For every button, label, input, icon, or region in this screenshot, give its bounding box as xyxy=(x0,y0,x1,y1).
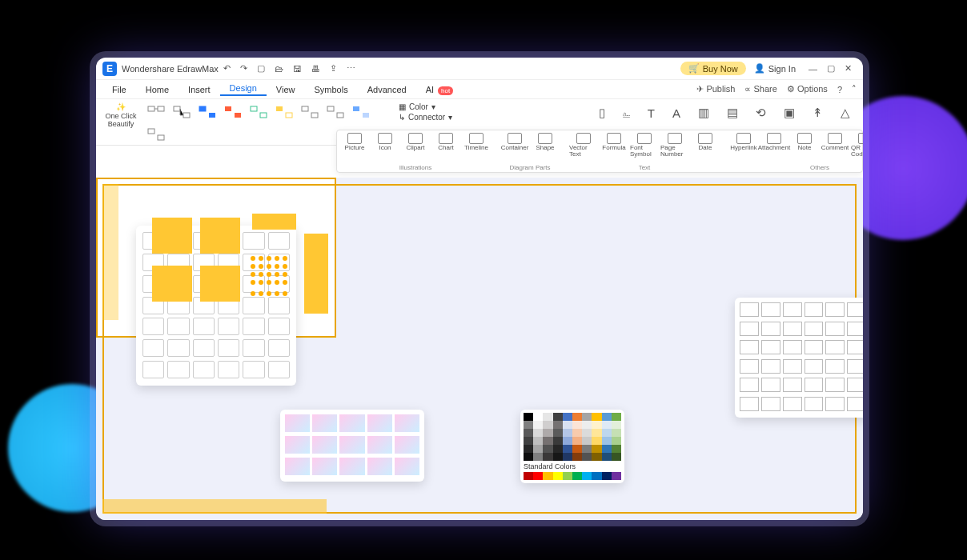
color-swatch[interactable] xyxy=(563,429,572,437)
color-picker-panel[interactable]: Standard Colors xyxy=(520,410,624,483)
appliance-shape[interactable] xyxy=(740,322,759,336)
buy-now-button[interactable]: 🛒 Buy Now xyxy=(680,62,746,75)
appliance-shape[interactable] xyxy=(761,340,780,354)
appliance-shape[interactable] xyxy=(783,397,802,411)
insert-picture[interactable]: Picture xyxy=(340,130,369,154)
color-swatch[interactable] xyxy=(572,445,582,453)
color-swatch[interactable] xyxy=(592,421,601,429)
shape-style-7[interactable] xyxy=(298,102,322,123)
insert-font-symbol[interactable]: Font Symbol xyxy=(630,130,659,160)
color-swatch[interactable] xyxy=(563,421,572,429)
window-close[interactable]: ✕ xyxy=(840,63,857,74)
rotate-icon[interactable]: ⟲ xyxy=(756,106,766,120)
distribute-icon[interactable]: ▤ xyxy=(727,106,738,120)
align-icon[interactable]: ▥ xyxy=(698,106,709,120)
shape-style-3[interactable] xyxy=(195,102,219,123)
appliance-shape[interactable] xyxy=(740,340,759,354)
insert-page-number[interactable]: Page Number xyxy=(660,130,689,160)
chart-shape[interactable] xyxy=(285,458,310,475)
color-swatch[interactable] xyxy=(563,445,572,453)
color-swatch[interactable] xyxy=(563,472,572,480)
appliance-shape[interactable] xyxy=(825,302,845,317)
window-minimize[interactable]: — xyxy=(804,64,822,74)
options-button[interactable]: ⚙ Options xyxy=(787,84,828,94)
shape-style-1[interactable] xyxy=(144,102,168,123)
appliance-shape[interactable] xyxy=(804,397,824,411)
appliance-shape[interactable] xyxy=(783,302,802,317)
page-icon[interactable]: ▯ xyxy=(599,106,605,120)
appliance-shape[interactable] xyxy=(740,359,759,374)
insert-vector-text[interactable]: Vector Text xyxy=(569,130,598,160)
insert-hyperlink[interactable]: Hyperlink xyxy=(729,130,758,160)
insert-comment[interactable]: Comment xyxy=(821,130,849,160)
color-swatch[interactable] xyxy=(553,421,563,429)
insert-chart[interactable]: Chart xyxy=(431,130,460,154)
theme-color-grid[interactable] xyxy=(524,413,621,461)
text-icon[interactable]: T xyxy=(648,106,655,120)
chart-shape[interactable] xyxy=(395,458,419,475)
appliance-shape[interactable] xyxy=(783,378,802,392)
appliance-shape[interactable] xyxy=(740,302,759,317)
appliance-shape[interactable] xyxy=(783,322,802,336)
color-swatch[interactable] xyxy=(572,421,582,429)
color-swatch[interactable] xyxy=(563,437,572,445)
color-swatch[interactable] xyxy=(582,413,592,421)
menu-advanced[interactable]: Advanced xyxy=(358,85,416,94)
color-swatch[interactable] xyxy=(563,413,572,421)
appliances-shapes-panel[interactable] xyxy=(735,298,863,418)
color-swatch[interactable] xyxy=(572,413,582,421)
color-swatch[interactable] xyxy=(533,413,543,421)
color-swatch[interactable] xyxy=(543,421,552,429)
warning-icon[interactable]: △ xyxy=(841,106,850,120)
appliance-shape[interactable] xyxy=(847,302,863,317)
color-swatch[interactable] xyxy=(533,437,543,445)
menu-view[interactable]: View xyxy=(267,85,305,94)
color-swatch[interactable] xyxy=(524,437,533,445)
shape-style-4[interactable] xyxy=(221,102,245,123)
color-swatch[interactable] xyxy=(612,453,621,461)
chart-shape[interactable] xyxy=(339,414,364,432)
appliance-shape[interactable] xyxy=(825,397,845,411)
color-swatch[interactable] xyxy=(524,429,533,437)
color-swatch[interactable] xyxy=(602,437,612,445)
color-swatch[interactable] xyxy=(543,472,552,480)
appliance-shape[interactable] xyxy=(761,359,780,374)
window-maximize[interactable]: ▢ xyxy=(822,63,840,74)
appliance-shape[interactable] xyxy=(825,359,845,374)
insert-icon[interactable]: Icon xyxy=(371,130,399,154)
color-swatch[interactable] xyxy=(553,413,563,421)
color-swatch[interactable] xyxy=(592,413,601,421)
shape-style-6[interactable] xyxy=(272,102,296,123)
color-swatch[interactable] xyxy=(602,445,612,453)
open-button[interactable]: 🗁 xyxy=(270,64,288,74)
color-dropdown[interactable]: ▦Color ▾ xyxy=(399,102,452,111)
undo-button[interactable]: ↶ xyxy=(219,63,235,74)
color-swatch[interactable] xyxy=(602,413,612,421)
appliance-shape[interactable] xyxy=(804,340,824,354)
chart-shape[interactable] xyxy=(339,436,364,454)
color-swatch[interactable] xyxy=(592,453,601,461)
appliance-shape[interactable] xyxy=(847,322,863,336)
insert-date[interactable]: Date xyxy=(691,130,720,160)
appliance-shape[interactable] xyxy=(761,378,780,392)
insert-container[interactable]: Container xyxy=(500,130,529,154)
chart-shape[interactable] xyxy=(285,436,310,454)
color-swatch[interactable] xyxy=(602,472,612,480)
color-swatch[interactable] xyxy=(543,429,552,437)
appliance-shape[interactable] xyxy=(783,340,802,354)
color-swatch[interactable] xyxy=(582,453,592,461)
color-swatch[interactable] xyxy=(524,413,533,421)
insert-shape[interactable]: Shape xyxy=(531,130,560,154)
chart-shape[interactable] xyxy=(312,458,337,475)
help-button[interactable]: ? xyxy=(837,85,842,94)
color-swatch[interactable] xyxy=(612,472,621,480)
color-swatch[interactable] xyxy=(612,413,621,421)
chart-shape[interactable] xyxy=(395,414,419,432)
appliance-shape[interactable] xyxy=(783,359,802,374)
color-swatch[interactable] xyxy=(592,445,601,453)
appliance-shape[interactable] xyxy=(847,397,863,411)
menu-file[interactable]: File xyxy=(102,85,136,94)
appliance-shape[interactable] xyxy=(761,302,780,317)
chart-shape[interactable] xyxy=(367,436,392,454)
color-swatch[interactable] xyxy=(533,445,543,453)
